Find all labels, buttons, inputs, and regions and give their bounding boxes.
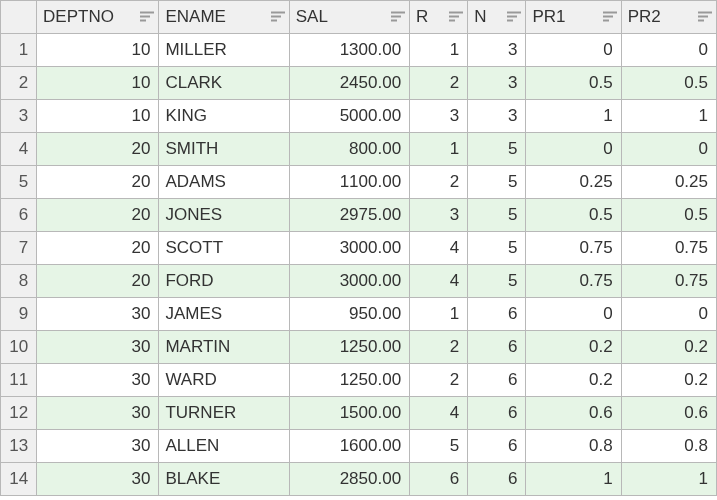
cell-deptno[interactable]: 20 <box>37 166 159 199</box>
cell-pr1[interactable]: 0.25 <box>526 166 621 199</box>
cell-ename[interactable]: SCOTT <box>159 232 289 265</box>
cell-n[interactable]: 6 <box>468 397 526 430</box>
cell-pr2[interactable]: 0.6 <box>621 397 716 430</box>
cell-n[interactable]: 5 <box>468 133 526 166</box>
cell-pr2[interactable]: 0.8 <box>621 430 716 463</box>
table-row[interactable]: 1230TURNER1500.00460.60.6 <box>1 397 717 430</box>
row-number-cell[interactable]: 11 <box>1 364 37 397</box>
row-number-cell[interactable]: 1 <box>1 34 37 67</box>
cell-pr1[interactable]: 1 <box>526 463 621 496</box>
cell-deptno[interactable]: 20 <box>37 199 159 232</box>
cell-pr2[interactable]: 0.2 <box>621 364 716 397</box>
cell-pr2[interactable]: 0 <box>621 298 716 331</box>
cell-ename[interactable]: MILLER <box>159 34 289 67</box>
cell-r[interactable]: 2 <box>410 166 468 199</box>
cell-ename[interactable]: CLARK <box>159 67 289 100</box>
table-row[interactable]: 1030MARTIN1250.00260.20.2 <box>1 331 717 364</box>
cell-sal[interactable]: 1300.00 <box>289 34 409 67</box>
cell-ename[interactable]: JONES <box>159 199 289 232</box>
cell-pr1[interactable]: 0 <box>526 298 621 331</box>
cell-r[interactable]: 1 <box>410 298 468 331</box>
cell-pr2[interactable]: 1 <box>621 100 716 133</box>
row-number-cell[interactable]: 13 <box>1 430 37 463</box>
cell-n[interactable]: 6 <box>468 364 526 397</box>
cell-deptno[interactable]: 20 <box>37 232 159 265</box>
cell-pr1[interactable]: 0 <box>526 34 621 67</box>
cell-pr1[interactable]: 0 <box>526 133 621 166</box>
cell-r[interactable]: 2 <box>410 67 468 100</box>
table-row[interactable]: 720SCOTT3000.00450.750.75 <box>1 232 717 265</box>
cell-n[interactable]: 6 <box>468 430 526 463</box>
cell-deptno[interactable]: 10 <box>37 34 159 67</box>
cell-pr2[interactable]: 0.25 <box>621 166 716 199</box>
cell-n[interactable]: 6 <box>468 331 526 364</box>
cell-n[interactable]: 6 <box>468 463 526 496</box>
cell-ename[interactable]: JAMES <box>159 298 289 331</box>
table-row[interactable]: 520ADAMS1100.00250.250.25 <box>1 166 717 199</box>
cell-pr1[interactable]: 0.8 <box>526 430 621 463</box>
cell-n[interactable]: 3 <box>468 34 526 67</box>
cell-pr2[interactable]: 1 <box>621 463 716 496</box>
cell-sal[interactable]: 950.00 <box>289 298 409 331</box>
cell-pr2[interactable]: 0.2 <box>621 331 716 364</box>
cell-r[interactable]: 4 <box>410 397 468 430</box>
cell-deptno[interactable]: 10 <box>37 67 159 100</box>
cell-pr1[interactable]: 1 <box>526 100 621 133</box>
row-number-cell[interactable]: 5 <box>1 166 37 199</box>
cell-deptno[interactable]: 30 <box>37 364 159 397</box>
cell-pr1[interactable]: 0.5 <box>526 67 621 100</box>
cell-deptno[interactable]: 30 <box>37 298 159 331</box>
cell-deptno[interactable]: 10 <box>37 100 159 133</box>
cell-pr2[interactable]: 0.5 <box>621 199 716 232</box>
cell-sal[interactable]: 800.00 <box>289 133 409 166</box>
cell-r[interactable]: 2 <box>410 364 468 397</box>
col-header-r[interactable]: R <box>410 1 468 34</box>
table-row[interactable]: 1130WARD1250.00260.20.2 <box>1 364 717 397</box>
cell-ename[interactable]: WARD <box>159 364 289 397</box>
table-row[interactable]: 310KING5000.003311 <box>1 100 717 133</box>
col-header-pr2[interactable]: PR2 <box>621 1 716 34</box>
cell-sal[interactable]: 1250.00 <box>289 364 409 397</box>
cell-deptno[interactable]: 30 <box>37 331 159 364</box>
cell-ename[interactable]: ALLEN <box>159 430 289 463</box>
cell-r[interactable]: 4 <box>410 232 468 265</box>
cell-ename[interactable]: FORD <box>159 265 289 298</box>
cell-sal[interactable]: 3000.00 <box>289 265 409 298</box>
cell-sal[interactable]: 2450.00 <box>289 67 409 100</box>
table-row[interactable]: 420SMITH800.001500 <box>1 133 717 166</box>
table-row[interactable]: 820FORD3000.00450.750.75 <box>1 265 717 298</box>
row-number-cell[interactable]: 8 <box>1 265 37 298</box>
cell-sal[interactable]: 1100.00 <box>289 166 409 199</box>
cell-r[interactable]: 3 <box>410 100 468 133</box>
cell-r[interactable]: 3 <box>410 199 468 232</box>
cell-sal[interactable]: 1600.00 <box>289 430 409 463</box>
cell-n[interactable]: 3 <box>468 67 526 100</box>
cell-ename[interactable]: ADAMS <box>159 166 289 199</box>
col-header-n[interactable]: N <box>468 1 526 34</box>
cell-r[interactable]: 2 <box>410 331 468 364</box>
cell-deptno[interactable]: 30 <box>37 463 159 496</box>
cell-sal[interactable]: 1500.00 <box>289 397 409 430</box>
cell-n[interactable]: 5 <box>468 199 526 232</box>
cell-sal[interactable]: 5000.00 <box>289 100 409 133</box>
col-header-pr1[interactable]: PR1 <box>526 1 621 34</box>
cell-sal[interactable]: 2975.00 <box>289 199 409 232</box>
table-row[interactable]: 110MILLER1300.001300 <box>1 34 717 67</box>
col-header-deptno[interactable]: DEPTNO <box>37 1 159 34</box>
cell-r[interactable]: 6 <box>410 463 468 496</box>
row-number-cell[interactable]: 2 <box>1 67 37 100</box>
cell-pr1[interactable]: 0.75 <box>526 265 621 298</box>
table-row[interactable]: 210CLARK2450.00230.50.5 <box>1 67 717 100</box>
table-row[interactable]: 930JAMES950.001600 <box>1 298 717 331</box>
cell-pr2[interactable]: 0.75 <box>621 265 716 298</box>
row-number-cell[interactable]: 7 <box>1 232 37 265</box>
cell-ename[interactable]: SMITH <box>159 133 289 166</box>
cell-pr1[interactable]: 0.6 <box>526 397 621 430</box>
cell-pr2[interactable]: 0 <box>621 34 716 67</box>
cell-r[interactable]: 1 <box>410 34 468 67</box>
col-header-sal[interactable]: SAL <box>289 1 409 34</box>
cell-n[interactable]: 6 <box>468 298 526 331</box>
cell-r[interactable]: 5 <box>410 430 468 463</box>
row-number-cell[interactable]: 10 <box>1 331 37 364</box>
cell-pr2[interactable]: 0.75 <box>621 232 716 265</box>
